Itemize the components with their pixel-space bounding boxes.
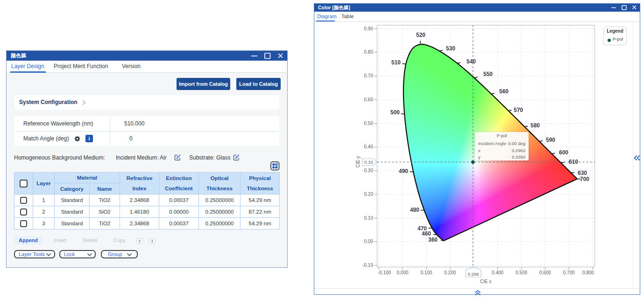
svg-text:0.296: 0.296	[468, 271, 479, 277]
svg-text:0.33: 0.33	[364, 160, 373, 165]
